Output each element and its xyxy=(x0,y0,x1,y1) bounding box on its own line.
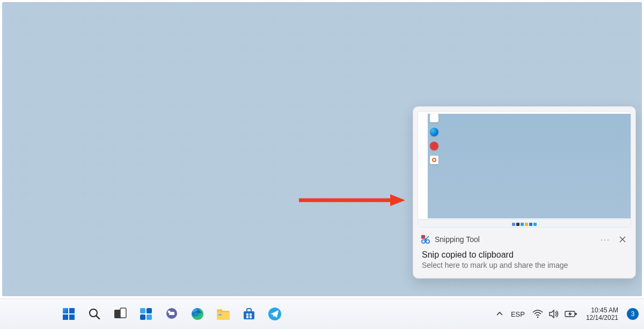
notification-app-name: Snipping Tool xyxy=(435,235,595,244)
battery-icon[interactable] xyxy=(565,303,577,325)
notification-thumbnail[interactable] xyxy=(418,111,631,228)
thumb-app-icon xyxy=(430,156,438,164)
language-indicator[interactable]: ESP xyxy=(509,303,527,325)
svg-point-34 xyxy=(537,317,539,318)
edge-button[interactable] xyxy=(187,303,208,325)
svg-rect-17 xyxy=(120,308,126,318)
svg-rect-10 xyxy=(69,308,75,313)
svg-rect-18 xyxy=(140,308,145,313)
volume-icon[interactable] xyxy=(548,303,559,325)
clock[interactable]: 10:45 AM 12/14/2021 xyxy=(583,306,621,321)
svg-rect-21 xyxy=(147,315,152,320)
telegram-button[interactable] xyxy=(264,303,286,325)
thumb-edge-icon xyxy=(430,128,438,136)
svg-rect-12 xyxy=(69,315,75,320)
notification-title: Snip copied to clipboard xyxy=(422,250,627,260)
svg-rect-36 xyxy=(575,313,577,315)
svg-line-15 xyxy=(96,316,99,319)
svg-rect-29 xyxy=(246,313,248,316)
taskbar: ESP xyxy=(0,298,644,329)
svg-rect-19 xyxy=(147,308,152,313)
svg-rect-11 xyxy=(63,315,68,320)
svg-rect-28 xyxy=(244,311,254,319)
thumb-app-icon xyxy=(430,142,438,150)
notification-center-badge[interactable]: 3 xyxy=(627,308,639,320)
svg-rect-32 xyxy=(250,316,252,318)
search-button[interactable] xyxy=(84,303,105,325)
svg-rect-13 xyxy=(63,308,68,313)
clock-time: 10:45 AM xyxy=(591,306,618,314)
svg-rect-31 xyxy=(246,316,248,318)
svg-point-3 xyxy=(433,159,435,161)
notification-subtitle: Select here to mark up and share the ima… xyxy=(422,261,627,269)
svg-rect-26 xyxy=(217,312,230,320)
snipping-tool-icon xyxy=(421,235,430,244)
widgets-button[interactable] xyxy=(135,303,157,325)
svg-point-24 xyxy=(168,311,171,313)
start-button[interactable] xyxy=(58,303,79,325)
svg-rect-27 xyxy=(218,314,222,316)
thumb-desktop-icon xyxy=(430,114,438,122)
chat-button[interactable] xyxy=(161,303,182,325)
svg-rect-20 xyxy=(140,315,145,320)
notification-toast[interactable]: Snipping Tool ··· Snip copied to clipboa… xyxy=(413,106,636,279)
task-view-button[interactable] xyxy=(109,303,131,325)
clock-date: 12/14/2021 xyxy=(586,314,618,321)
wifi-icon[interactable] xyxy=(532,303,543,325)
file-explorer-button[interactable] xyxy=(213,303,234,325)
notification-close-button[interactable] xyxy=(616,233,629,246)
tray-overflow-button[interactable] xyxy=(496,303,503,325)
notification-more-button[interactable]: ··· xyxy=(599,233,612,246)
svg-rect-30 xyxy=(250,313,252,316)
store-button[interactable] xyxy=(238,303,260,325)
